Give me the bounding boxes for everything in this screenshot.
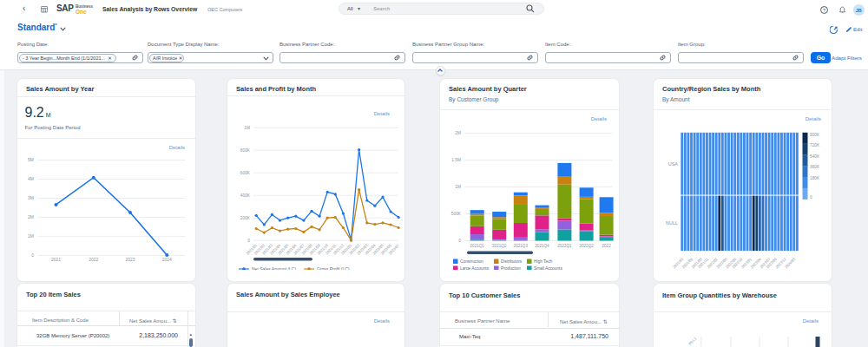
svg-text:Large Accounts: Large Accounts (460, 266, 490, 270)
svg-text:800K: 800K (240, 148, 251, 153)
svg-text:Production: Production (501, 266, 521, 270)
svg-text:2M: 2M (28, 214, 34, 219)
svg-text:Gross Profit (LC): Gross Profit (LC) (317, 266, 350, 270)
svg-text:900K: 900K (810, 133, 820, 137)
svg-text:2M: 2M (455, 131, 461, 135)
svg-text:400K: 400K (240, 193, 251, 198)
svg-text:1M: 1M (455, 185, 461, 189)
svg-text:2022: 2022 (602, 244, 611, 248)
svg-text:5M: 5M (28, 157, 34, 162)
svg-text:4M: 4M (28, 176, 34, 181)
svg-text:Construction: Construction (460, 259, 483, 264)
svg-text:2021: 2021 (51, 257, 61, 262)
svg-text:0: 0 (810, 195, 812, 200)
svg-text:1M: 1M (28, 233, 34, 239)
svg-text:200K: 200K (240, 216, 251, 220)
svg-text:2023: 2023 (125, 257, 135, 262)
svg-text:2022: 2022 (89, 257, 98, 262)
svg-text:0: 0 (31, 252, 34, 258)
svg-text:3M: 3M (28, 195, 34, 200)
svg-text:High Tech: High Tech (534, 259, 553, 264)
svg-text:2022Q2: 2022Q2 (579, 244, 594, 248)
svg-text:540K: 540K (810, 154, 820, 159)
svg-text:0: 0 (458, 239, 461, 243)
svg-text:500K: 500K (451, 212, 462, 216)
svg-text:05-L1: 05-L1 (687, 336, 698, 346)
svg-text:1.5M: 1.5M (451, 158, 461, 162)
svg-text:Small Accounts: Small Accounts (534, 266, 562, 270)
svg-text:Distributors: Distributors (501, 259, 523, 264)
svg-text:NULL: NULL (666, 220, 678, 226)
svg-text:360K: 360K (810, 165, 820, 169)
svg-text:2024: 2024 (162, 257, 172, 262)
svg-text:2021Q4: 2021Q4 (535, 244, 549, 248)
svg-text:1M: 1M (244, 126, 250, 130)
svg-text:2022Q1: 2022Q1 (557, 244, 572, 248)
svg-text:600K: 600K (240, 171, 251, 175)
svg-text:2021Q2: 2021Q2 (492, 244, 507, 248)
svg-text:0: 0 (247, 239, 250, 243)
svg-text:USA: USA (668, 161, 679, 167)
svg-text:2021Q1: 2021Q1 (470, 244, 485, 248)
svg-text:720K: 720K (810, 143, 820, 147)
svg-text:?: ? (823, 7, 825, 12)
svg-text:2024/03: 2024/03 (784, 257, 797, 270)
svg-text:Net Sales Amount (LC): Net Sales Amount (LC) (252, 266, 296, 270)
svg-text:180K: 180K (810, 176, 820, 180)
svg-text:2021Q3: 2021Q3 (514, 244, 529, 248)
